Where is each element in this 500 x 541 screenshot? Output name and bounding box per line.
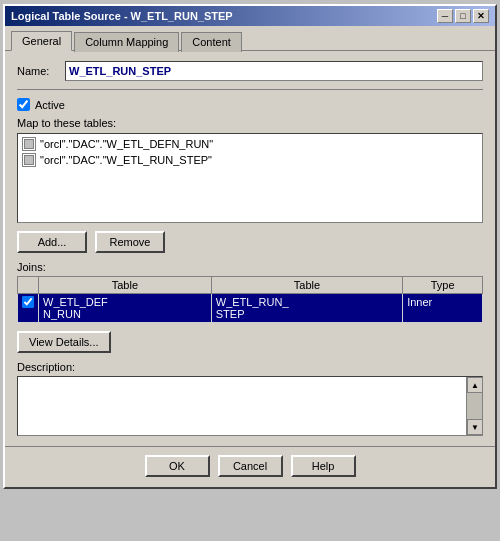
description-label: Description: — [17, 361, 483, 373]
minimize-button[interactable]: ─ — [437, 9, 453, 23]
table-row[interactable]: W_ETL_DEFN_RUN W_ETL_RUN_STEP Inner — [18, 294, 483, 323]
tab-column-mapping[interactable]: Column Mapping — [74, 32, 179, 52]
name-label: Name: — [17, 65, 65, 77]
active-label: Active — [35, 99, 65, 111]
name-row: Name: — [17, 61, 483, 81]
main-window: Logical Table Source - W_ETL_RUN_STEP ─ … — [3, 4, 497, 489]
close-button[interactable]: ✕ — [473, 9, 489, 23]
remove-button[interactable]: Remove — [95, 231, 165, 253]
map-label: Map to these tables: — [17, 117, 483, 129]
view-details-button[interactable]: View Details... — [17, 331, 111, 353]
cancel-button[interactable]: Cancel — [218, 455, 283, 477]
join-table1: W_ETL_DEFN_RUN — [39, 294, 212, 323]
description-box[interactable]: ▲ ▼ — [17, 376, 483, 436]
scroll-up-button[interactable]: ▲ — [467, 377, 483, 393]
joins-table: Table Table Type W_ETL_DEFN_RUN W_ETL_RU… — [17, 276, 483, 323]
join-checkbox-cell — [18, 294, 39, 323]
joins-label: Joins: — [17, 261, 483, 273]
table-list: "orcl"."DAC"."W_ETL_DEFN_RUN" "orcl"."DA… — [17, 133, 483, 223]
general-tab-content: Name: Active Map to these tables: "orcl"… — [5, 51, 495, 446]
titlebar: Logical Table Source - W_ETL_RUN_STEP ─ … — [5, 6, 495, 26]
table-item-1: "orcl"."DAC"."W_ETL_DEFN_RUN" — [40, 138, 213, 150]
joins-col-check — [18, 277, 39, 294]
table-icon-2 — [22, 153, 36, 167]
active-checkbox[interactable] — [17, 98, 30, 111]
maximize-button[interactable]: □ — [455, 9, 471, 23]
join-type: Inner — [403, 294, 483, 323]
table-icon-1 — [22, 137, 36, 151]
tab-content[interactable]: Content — [181, 32, 242, 52]
list-item[interactable]: "orcl"."DAC"."W_ETL_DEFN_RUN" — [20, 136, 480, 152]
view-details-row: View Details... — [17, 331, 483, 361]
scroll-down-button[interactable]: ▼ — [467, 419, 483, 435]
help-button[interactable]: Help — [291, 455, 356, 477]
titlebar-controls: ─ □ ✕ — [437, 9, 489, 23]
footer: OK Cancel Help — [5, 446, 495, 487]
tab-general[interactable]: General — [11, 31, 72, 51]
joins-col-table2: Table — [211, 277, 402, 294]
join-checkbox[interactable] — [22, 296, 34, 308]
tab-bar: General Column Mapping Content — [5, 26, 495, 51]
description-scrollbar[interactable]: ▲ ▼ — [466, 377, 482, 435]
ok-button[interactable]: OK — [145, 455, 210, 477]
joins-col-type: Type — [403, 277, 483, 294]
add-button[interactable]: Add... — [17, 231, 87, 253]
table-item-2: "orcl"."DAC"."W_ETL_RUN_STEP" — [40, 154, 212, 166]
name-input[interactable] — [65, 61, 483, 81]
window-title: Logical Table Source - W_ETL_RUN_STEP — [11, 10, 233, 22]
add-remove-row: Add... Remove — [17, 231, 483, 253]
join-table2: W_ETL_RUN_STEP — [211, 294, 402, 323]
joins-col-table1: Table — [39, 277, 212, 294]
active-row: Active — [17, 98, 483, 111]
scroll-track — [467, 393, 482, 419]
list-item[interactable]: "orcl"."DAC"."W_ETL_RUN_STEP" — [20, 152, 480, 168]
